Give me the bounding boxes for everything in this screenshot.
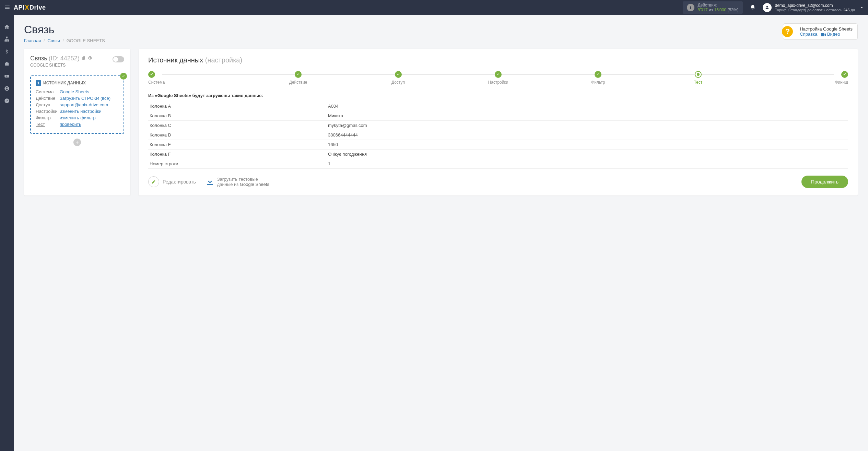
step-тест[interactable]: Тест: [648, 71, 748, 85]
help-question-icon: ?: [782, 26, 793, 37]
svg-text:?: ?: [6, 99, 8, 103]
page-title: Связь: [24, 23, 105, 36]
svg-rect-2: [7, 40, 8, 41]
load-line1: Загрузить тестовые: [217, 177, 269, 182]
user-email: demo_apix-drive_s2@com.com: [775, 3, 855, 8]
breadcrumb-home[interactable]: Главная: [24, 38, 41, 43]
svg-rect-1: [5, 40, 6, 41]
source-row: Доступsupport@apix-drive.com: [36, 102, 119, 107]
add-button[interactable]: +: [73, 139, 81, 146]
actions-of: из: [709, 8, 713, 12]
source-row-value[interactable]: support@apix-drive.com: [60, 102, 108, 107]
svg-rect-3: [8, 40, 9, 41]
step-действие[interactable]: Действие: [248, 71, 348, 85]
step-dot: [395, 71, 402, 78]
source-row: СистемаGoogle Sheets: [36, 89, 119, 94]
connection-toggle[interactable]: [113, 56, 124, 62]
breadcrumb: Главная / Связи / GOOGLE SHEETS: [24, 38, 105, 43]
source-row-label: Тест: [36, 122, 60, 127]
youtube-icon: [4, 73, 10, 79]
gear-icon[interactable]: [87, 56, 92, 60]
step-настройки[interactable]: Настройки: [448, 71, 548, 85]
table-row: Колонка BМикита: [148, 111, 848, 121]
step-фильтр[interactable]: Фильтр: [548, 71, 648, 85]
connection-title: Связь: [30, 55, 47, 62]
help-link[interactable]: Справка: [800, 32, 817, 37]
svg-rect-0: [7, 37, 8, 38]
source-box: 1 ИСТОЧНИК ДАННЫХ СистемаGoogle SheetsДе…: [30, 75, 124, 134]
sidebar-billing[interactable]: [0, 45, 14, 58]
source-subheader: (настройка): [205, 56, 242, 64]
data-table: Колонка AA004Колонка BМикитаКолонка Cmyk…: [148, 102, 848, 169]
download-icon: [206, 177, 214, 186]
step-система[interactable]: Система: [148, 71, 248, 85]
copy-icon[interactable]: [82, 56, 86, 60]
actions-pct: (53%): [728, 8, 739, 12]
source-row: ДействиеЗагрузить СТРОКИ (все): [36, 96, 119, 101]
main-content: Связь Главная / Связи / GOOGLE SHEETS ? …: [14, 15, 868, 451]
step-доступ[interactable]: Доступ: [348, 71, 448, 85]
step-dot: [595, 71, 601, 78]
source-row-value[interactable]: Google Sheets: [60, 89, 89, 94]
step-bar: СистемаДействиеДоступНастройкиФильтрТест…: [148, 71, 848, 85]
table-value: Очікує погодження: [327, 150, 848, 159]
step-label: Тест: [694, 80, 702, 85]
table-key: Колонка C: [148, 121, 327, 130]
user-menu[interactable]: demo_apix-drive_s2@com.com Тариф |Станда…: [763, 3, 864, 12]
source-row-value[interactable]: изменить фильтр: [60, 115, 96, 120]
source-row: Настройкиизменить настройки: [36, 109, 119, 114]
actions-counter[interactable]: i Действия: 8'017 из 15'000 (53%): [683, 1, 743, 14]
load-line2: данные из: [217, 182, 239, 187]
logo-pre: API: [14, 4, 25, 11]
sidebar-profile[interactable]: [0, 82, 14, 95]
logo[interactable]: APIXDrive: [14, 4, 46, 11]
source-row-label: Настройки: [36, 109, 60, 114]
table-row: Номер строки1: [148, 159, 848, 169]
source-row-value[interactable]: изменить настройки: [60, 109, 102, 114]
table-row: Колонка AA004: [148, 102, 848, 111]
sidebar-connections[interactable]: [0, 33, 14, 45]
breadcrumb-links[interactable]: Связи: [47, 38, 60, 43]
dollar-icon: [4, 49, 10, 54]
source-row: Тестпроверить: [36, 122, 119, 127]
source-row-label: Система: [36, 89, 60, 94]
tariff-pre: Тариф |Стандарт| до оплаты осталось: [775, 8, 843, 12]
logo-post: Drive: [30, 4, 46, 11]
table-value: 1650: [327, 140, 848, 150]
actions-label: Действия:: [698, 3, 739, 8]
table-row: Колонка D380664444444: [148, 130, 848, 140]
sidebar-home[interactable]: [0, 21, 14, 33]
tariff-days: 245: [843, 8, 849, 12]
table-key: Колонка B: [148, 111, 327, 121]
user-circle-icon: [4, 86, 10, 91]
bell-icon[interactable]: [750, 4, 756, 11]
table-key: Колонка D: [148, 130, 327, 140]
table-row: Колонка FОчікує погодження: [148, 150, 848, 159]
source-row: Фильтризменить фильтр: [36, 115, 119, 120]
help-title: Настройка Google Sheets: [800, 26, 853, 32]
source-row-value[interactable]: проверить: [60, 122, 81, 127]
sidebar-help[interactable]: ?: [0, 95, 14, 107]
video-link[interactable]: Видео: [827, 32, 840, 37]
svg-rect-9: [821, 33, 824, 36]
sitemap-icon: [4, 36, 10, 42]
load-test-button[interactable]: Загрузить тестовые данные из Google Shee…: [206, 177, 269, 187]
table-value: A004: [327, 102, 848, 111]
connection-card: Связь (ID: 44252) GOOGLE SHEETS 1 ИСТОЧН…: [24, 49, 130, 195]
source-title: ИСТОЧНИК ДАННЫХ: [43, 81, 86, 85]
pencil-icon: [151, 179, 156, 184]
step-финиш[interactable]: Финиш: [748, 71, 848, 85]
step-dot: [148, 71, 155, 78]
source-row-value[interactable]: Загрузить СТРОКИ (все): [60, 96, 110, 101]
source-header: Источник данных: [148, 56, 203, 64]
step-label: Настройки: [488, 80, 508, 85]
source-row-label: Доступ: [36, 102, 60, 107]
sidebar-work[interactable]: [0, 58, 14, 70]
step-dot: [841, 71, 848, 78]
info-icon: i: [687, 4, 694, 11]
menu-button[interactable]: [4, 4, 10, 11]
sidebar-video[interactable]: [0, 70, 14, 82]
edit-button[interactable]: Редактировать: [148, 176, 196, 187]
continue-button[interactable]: Продолжить: [801, 176, 848, 188]
table-key: Номер строки: [148, 159, 327, 169]
